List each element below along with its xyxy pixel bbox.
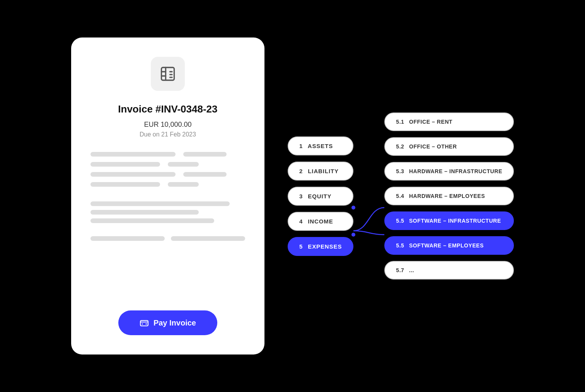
line-block (168, 162, 199, 167)
category-expenses[interactable]: 5 EXPENSES (288, 237, 353, 256)
invoice-number: Invoice #INV-0348-23 (118, 103, 217, 115)
line-row-4 (90, 182, 245, 187)
invoice-card: Invoice #INV-0348-23 EUR 10,000.00 Due o… (71, 37, 264, 355)
line-block (183, 172, 227, 177)
line-block (168, 182, 199, 187)
subcategory-office-rent[interactable]: 5.1 OFFICE – RENT (384, 112, 514, 131)
invoice-lines (87, 152, 249, 291)
category-left-column: 1 ASSETS 2 LIABILITY 3 EQUITY 4 INCOME 5… (288, 136, 353, 256)
building-icon (159, 65, 176, 82)
category-assets[interactable]: 1 ASSETS (288, 136, 353, 155)
line-block (183, 152, 227, 157)
subcategory-hardware-infra[interactable]: 5.3 HARDWARE – INFRASTRUCTURE (384, 162, 514, 181)
line-block (90, 201, 230, 206)
line-block (171, 236, 245, 241)
subcategory-office-other-label: OFFICE – OTHER (409, 143, 457, 150)
category-income[interactable]: 4 INCOME (288, 212, 353, 231)
subcategory-software-emp[interactable]: 5.5 SOFTWARE – EMPLOYEES (384, 236, 514, 255)
pay-invoice-button[interactable]: Pay Invoice (118, 310, 217, 335)
pay-icon (140, 318, 149, 327)
connector-svg (353, 99, 384, 293)
subcategory-office-rent-label: OFFICE – RENT (409, 119, 452, 125)
category-liability-label: LIABILITY (308, 168, 339, 174)
subcategory-software-infra-label: SOFTWARE – INFRASTRUCTURE (409, 218, 501, 224)
line-block (90, 172, 176, 177)
line-row-1 (90, 152, 245, 157)
category-equity[interactable]: 3 EQUITY (288, 187, 353, 206)
svg-rect-0 (161, 68, 174, 80)
subcategory-software-infra[interactable]: 5.5 SOFTWARE – INFRASTRUCTURE (384, 211, 514, 230)
line-block (90, 236, 165, 241)
line-block (90, 152, 176, 157)
category-expenses-label: EXPENSES (308, 243, 342, 250)
pay-button-label: Pay Invoice (153, 319, 196, 327)
subcategory-hardware-infra-label: HARDWARE – INFRASTRUCTURE (409, 168, 502, 174)
subcategory-other[interactable]: 5.7 ... (384, 261, 514, 280)
category-assets-label: ASSETS (308, 143, 333, 149)
main-container: Invoice #INV-0348-23 EUR 10,000.00 Due o… (22, 37, 563, 355)
company-icon-wrap (151, 57, 185, 91)
line-block (90, 162, 160, 167)
diagram-area: 1 ASSETS 2 LIABILITY 3 EQUITY 4 INCOME 5… (288, 99, 514, 293)
subcategory-software-emp-label: SOFTWARE – EMPLOYEES (409, 242, 484, 249)
svg-point-2 (142, 324, 143, 325)
category-right-column: 5.1 OFFICE – RENT 5.2 OFFICE – OTHER 5.3… (384, 112, 514, 280)
invoice-due: Due on 21 Feb 2023 (140, 131, 196, 138)
line-block (90, 218, 214, 223)
svg-rect-1 (140, 320, 148, 326)
subcategory-hardware-emp[interactable]: 5.4 HARDWARE – EMPLOYEES (384, 187, 514, 205)
invoice-amount: EUR 10,000.00 (144, 121, 191, 129)
category-income-label: INCOME (308, 218, 333, 225)
line-block (90, 182, 160, 187)
line-row-2 (90, 162, 245, 167)
subcategory-office-other[interactable]: 5.2 OFFICE – OTHER (384, 137, 514, 156)
category-liability[interactable]: 2 LIABILITY (288, 162, 353, 181)
line-block (90, 210, 199, 215)
category-equity-label: EQUITY (308, 193, 331, 199)
subcategory-other-label: ... (409, 267, 414, 273)
line-row-3 (90, 172, 245, 177)
subcategory-hardware-emp-label: HARDWARE – EMPLOYEES (409, 193, 485, 199)
